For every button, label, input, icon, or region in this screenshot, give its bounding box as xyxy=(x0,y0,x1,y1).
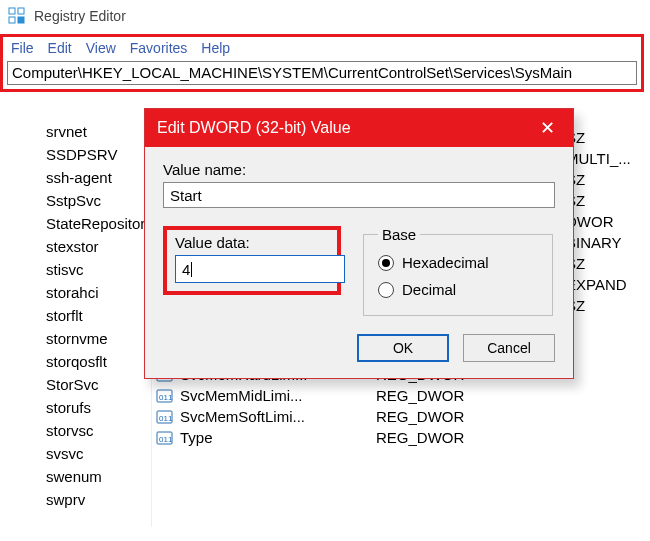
value-name: SvcMemMidLimi... xyxy=(180,387,370,404)
value-data-text: 4 xyxy=(182,261,190,278)
tree-item[interactable]: storqosflt xyxy=(40,350,151,373)
dialog-body: Value name: Value data: 4 Base Hexadecim… xyxy=(145,147,573,330)
value-name-label: Value name: xyxy=(163,161,555,178)
close-icon[interactable]: ✕ xyxy=(533,117,561,139)
tree-item[interactable]: swenum xyxy=(40,465,151,488)
address-bar[interactable]: Computer\HKEY_LOCAL_MACHINE\SYSTEM\Curre… xyxy=(7,61,637,85)
dialog-titlebar[interactable]: Edit DWORD (32-bit) Value ✕ xyxy=(145,109,573,147)
svg-rect-0 xyxy=(9,8,15,14)
highlighted-value-data-region: Value data: 4 xyxy=(163,226,341,295)
svg-rect-3 xyxy=(18,17,24,23)
radio-decimal-icon xyxy=(378,282,394,298)
menu-view[interactable]: View xyxy=(86,40,116,56)
registry-dword-icon: 011 xyxy=(156,388,174,404)
value-type: REG_DWOR xyxy=(376,408,476,425)
value-type: REG_DWOR xyxy=(376,429,476,446)
window-title: Registry Editor xyxy=(34,8,126,24)
menu-edit[interactable]: Edit xyxy=(48,40,72,56)
radio-hexadecimal-icon xyxy=(378,255,394,271)
value-name: Type xyxy=(180,429,370,446)
tree-item[interactable]: storahci xyxy=(40,281,151,304)
menu-file[interactable]: File xyxy=(11,40,34,56)
tree-item[interactable]: swprv xyxy=(40,488,151,511)
tree-item[interactable]: storflt xyxy=(40,304,151,327)
ok-button[interactable]: OK xyxy=(357,334,449,362)
edit-dword-dialog: Edit DWORD (32-bit) Value ✕ Value name: … xyxy=(144,108,574,379)
tree-item[interactable]: stexstor xyxy=(40,235,151,258)
value-name-input[interactable] xyxy=(163,182,555,208)
tree-item[interactable]: StorSvc xyxy=(40,373,151,396)
value-row[interactable]: 011TypeREG_DWOR xyxy=(152,427,650,448)
value-data-label: Value data: xyxy=(175,234,329,251)
cancel-button[interactable]: Cancel xyxy=(463,334,555,362)
value-row[interactable]: 011SvcMemMidLimi...REG_DWOR xyxy=(152,385,650,406)
svg-text:011: 011 xyxy=(159,414,173,423)
tree-item[interactable]: storvsc xyxy=(40,419,151,442)
tree-item[interactable]: srvnet xyxy=(40,120,151,143)
radio-hexadecimal[interactable]: Hexadecimal xyxy=(378,249,538,276)
radio-decimal[interactable]: Decimal xyxy=(378,276,538,303)
tree-item[interactable]: stisvc xyxy=(40,258,151,281)
tree-pane[interactable]: srvnetSSDPSRVssh-agentSstpSvcStateReposi… xyxy=(0,118,152,527)
base-fieldset: Base Hexadecimal Decimal xyxy=(363,226,553,316)
regedit-app-icon xyxy=(8,7,26,25)
registry-dword-icon: 011 xyxy=(156,409,174,425)
tree-item[interactable]: svsvc xyxy=(40,442,151,465)
tree-item[interactable]: SSDPSRV xyxy=(40,143,151,166)
svg-text:011: 011 xyxy=(159,393,173,402)
value-name: SvcMemSoftLimi... xyxy=(180,408,370,425)
radio-hexadecimal-label: Hexadecimal xyxy=(402,254,489,271)
menu-favorites[interactable]: Favorites xyxy=(130,40,188,56)
menubar: File Edit View Favorites Help xyxy=(3,37,641,59)
tree-item[interactable]: ssh-agent xyxy=(40,166,151,189)
tree-item[interactable]: StateRepository xyxy=(40,212,151,235)
tree-item[interactable]: stornvme xyxy=(40,327,151,350)
value-type: REG_DWOR xyxy=(376,387,476,404)
tree-item[interactable]: SstpSvc xyxy=(40,189,151,212)
value-row[interactable]: 011SvcMemSoftLimi...REG_DWOR xyxy=(152,406,650,427)
svg-rect-1 xyxy=(18,8,24,14)
tree-item[interactable]: storufs xyxy=(40,396,151,419)
registry-dword-icon: 011 xyxy=(156,430,174,446)
window-titlebar: Registry Editor xyxy=(0,0,650,32)
value-data-input[interactable]: 4 xyxy=(175,255,345,283)
highlighted-header-region: File Edit View Favorites Help Computer\H… xyxy=(0,34,644,92)
dialog-title: Edit DWORD (32-bit) Value xyxy=(157,119,533,137)
dialog-buttons: OK Cancel xyxy=(145,330,573,378)
menu-help[interactable]: Help xyxy=(201,40,230,56)
svg-rect-2 xyxy=(9,17,15,23)
radio-decimal-label: Decimal xyxy=(402,281,456,298)
svg-text:011: 011 xyxy=(159,435,173,444)
base-legend: Base xyxy=(378,226,420,243)
